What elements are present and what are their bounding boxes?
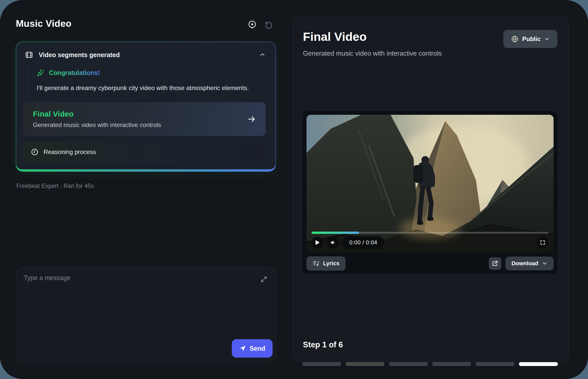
open-external-button[interactable] [489, 257, 501, 270]
fullscreen-icon [540, 240, 545, 245]
video-surface[interactable]: 0:00 / 0:04 [306, 115, 554, 252]
clock-icon [31, 148, 39, 156]
message-composer: Send [16, 267, 276, 362]
send-icon [239, 345, 246, 352]
app-window: Music Video Video segments generated [0, 0, 588, 379]
send-button[interactable]: Send [232, 339, 273, 358]
time-display: 0:00 / 0:04 [342, 236, 384, 249]
external-link-icon [492, 260, 498, 267]
chevron-up-icon[interactable] [259, 52, 266, 58]
agent-message: I'll generate a dreamy cyberpunk city vi… [37, 84, 266, 92]
final-video-link-subtitle: Generated music video with interactive c… [33, 121, 247, 129]
step-label: Step 1 of 6 [303, 340, 343, 349]
step-progress [302, 362, 558, 366]
film-icon [25, 51, 33, 59]
desktop-background: Music Video Video segments generated [0, 0, 588, 379]
run-status-text: Freebeat Expert - Ran for 45s [16, 183, 94, 190]
step-segment [519, 362, 558, 366]
step-segment [302, 362, 341, 366]
panel-subtitle: Generated music video with interactive c… [303, 49, 442, 57]
expand-composer-button[interactable] [259, 275, 269, 284]
play-icon [315, 240, 320, 245]
chevron-down-icon [544, 36, 550, 42]
video-actions-row: Lyrics Download [306, 256, 554, 271]
send-button-label: Send [250, 345, 265, 352]
play-button[interactable] [312, 237, 323, 248]
agent-quote-block: Congratulations! I'll generate a dreamy … [28, 69, 266, 92]
page-title: Music Video [16, 18, 72, 29]
party-popper-icon [37, 69, 45, 77]
status-card: Video segments generated [16, 42, 276, 169]
visibility-dropdown[interactable]: Public [503, 30, 557, 48]
congrats-heading: Congratulations! [49, 69, 100, 77]
final-video-link-title: Final Video [33, 110, 247, 118]
video-player-card: 0:00 / 0:04 [302, 110, 558, 274]
reasoning-label: Reasoning process [44, 148, 96, 156]
volume-icon [330, 240, 336, 245]
message-input[interactable] [24, 274, 248, 346]
step-segment [476, 362, 515, 366]
visibility-label: Public [522, 35, 541, 43]
congrats-row: Congratulations! [37, 69, 266, 77]
status-card-title: Video segments generated [39, 51, 253, 59]
scan-target-button[interactable] [247, 19, 258, 30]
status-card-gradient-border: Video segments generated [16, 42, 276, 172]
expand-icon [260, 276, 267, 283]
step-segment [432, 362, 471, 366]
player-progress-fill [312, 232, 359, 234]
reset-icon [264, 20, 273, 29]
volume-button[interactable] [327, 237, 339, 248]
download-button-label: Download [512, 260, 538, 267]
chevron-down-icon [542, 261, 547, 266]
reset-button[interactable] [263, 19, 274, 30]
video-progress-track[interactable] [312, 232, 548, 234]
lyrics-icon [313, 260, 320, 267]
scan-target-icon [247, 20, 257, 30]
final-video-link-card[interactable]: Final Video Generated music video with i… [23, 102, 266, 136]
final-video-link-texts: Final Video Generated music video with i… [33, 110, 247, 129]
fullscreen-button[interactable] [537, 237, 548, 248]
final-video-panel: Final Video Generated music video with i… [292, 16, 569, 362]
lyrics-button-label: Lyrics [323, 260, 339, 267]
download-button[interactable]: Download [505, 257, 554, 270]
reasoning-process-bar[interactable]: Reasoning process [23, 142, 266, 162]
lyrics-button[interactable]: Lyrics [306, 256, 346, 271]
panel-title: Final Video [303, 30, 367, 44]
step-segment [389, 362, 428, 366]
step-segment [346, 362, 385, 366]
status-card-header[interactable]: Video segments generated [23, 51, 266, 59]
globe-icon [511, 35, 519, 43]
arrow-right-icon [247, 115, 256, 124]
